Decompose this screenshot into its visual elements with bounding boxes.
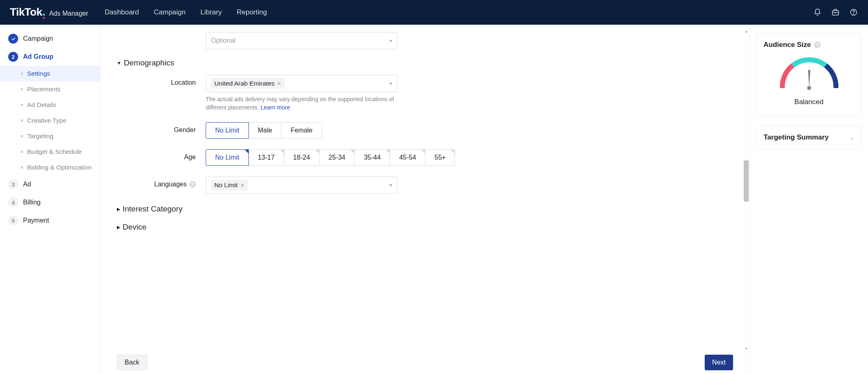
- logo-dots-icon: [43, 14, 45, 19]
- age-no-limit-button[interactable]: No Limit: [206, 149, 249, 166]
- logo-text: TikTok: [10, 6, 42, 19]
- sidebar-step-billing[interactable]: 4 Billing: [0, 193, 100, 211]
- sidebar-item-settings[interactable]: Settings: [0, 66, 100, 81]
- logo-subtitle: Ads Manager: [49, 10, 88, 17]
- top-bar: TikTok Ads Manager Dashboard Campaign Li…: [0, 0, 868, 25]
- section-demographics[interactable]: ▼ Demographics: [117, 58, 726, 67]
- section-title-label: Interest Category: [123, 204, 183, 214]
- section-device[interactable]: ▶ Device: [117, 223, 726, 232]
- svg-point-2: [853, 14, 854, 14]
- audience-size-panel: Audience Size ? Balanced: [757, 33, 861, 116]
- scrollbar[interactable]: ▴ ▾: [744, 29, 749, 351]
- section-title-label: Demographics: [124, 58, 174, 67]
- top-bar-actions: [813, 8, 858, 17]
- location-helper: The actual ads delivery may vary dependi…: [206, 95, 397, 112]
- learn-more-link[interactable]: Learn more: [261, 104, 290, 111]
- form-footer: Back Next: [100, 351, 750, 374]
- chevron-down-icon: ▾: [390, 182, 392, 188]
- sidebar-item-ad-details[interactable]: Ad Details: [0, 97, 100, 113]
- sidebar-step-label: Campaign: [23, 35, 53, 42]
- nav-dashboard[interactable]: Dashboard: [105, 8, 139, 16]
- help-icon[interactable]: ?: [189, 181, 196, 188]
- sidebar-step-label: Payment: [23, 217, 49, 224]
- gender-no-limit-button[interactable]: No Limit: [206, 122, 249, 139]
- scroll-down-arrow-icon[interactable]: ▾: [744, 346, 749, 351]
- bell-icon[interactable]: [813, 8, 822, 17]
- top-nav: Dashboard Campaign Library Reporting: [105, 8, 267, 16]
- sidebar-step-payment[interactable]: 5 Payment: [0, 211, 100, 230]
- tiktok-logo: TikTok: [10, 6, 45, 19]
- sidebar-item-label: Placements: [27, 86, 60, 93]
- close-icon[interactable]: ✕: [277, 81, 281, 87]
- languages-select[interactable]: No Limit ✕ ▾: [206, 177, 397, 194]
- triangle-down-icon: ▼: [117, 60, 121, 65]
- optional-select[interactable]: Optional ▾: [206, 32, 397, 49]
- gender-female-button[interactable]: Female: [281, 122, 322, 139]
- back-button[interactable]: Back: [117, 355, 147, 370]
- svg-point-3: [807, 86, 811, 90]
- sidebar-item-bidding-optimization[interactable]: Bidding & Optimization: [0, 160, 100, 175]
- age-25-34-button[interactable]: 25-34: [320, 149, 355, 166]
- panel-title-label: Audience Size: [764, 41, 811, 49]
- sidebar-item-label: Targeting: [27, 132, 53, 140]
- gender-label: Gender: [117, 122, 206, 134]
- scroll-up-arrow-icon[interactable]: ▴: [744, 29, 749, 34]
- chip-label: United Arab Emirates: [214, 80, 274, 87]
- sidebar-step-label: Ad Group: [23, 53, 53, 60]
- chevron-down-icon: ▾: [390, 38, 392, 44]
- languages-label: Languages ?: [117, 177, 206, 188]
- logo: TikTok Ads Manager: [10, 6, 88, 19]
- sidebar-step-adgroup[interactable]: 2 Ad Group: [0, 48, 100, 66]
- age-55plus-button[interactable]: 55+: [425, 149, 455, 166]
- sidebar-item-creative-type[interactable]: Creative Type: [0, 113, 100, 128]
- chevron-down-icon: ⌄: [849, 134, 854, 141]
- age-18-24-button[interactable]: 18-24: [284, 149, 320, 166]
- sidebar-item-label: Creative Type: [27, 117, 66, 124]
- select-placeholder: Optional: [211, 37, 236, 44]
- audience-size-status: Balanced: [794, 98, 824, 106]
- help-icon[interactable]: [849, 8, 858, 17]
- right-panel: Audience Size ? Balanced Targeting Summa…: [750, 25, 868, 374]
- sidebar: Campaign 2 Ad Group Settings Placements …: [0, 25, 100, 374]
- check-icon: [8, 34, 18, 44]
- chevron-down-icon: ▾: [390, 81, 392, 86]
- sidebar-item-label: Ad Details: [27, 101, 56, 109]
- form-scroll-area[interactable]: Optional ▾ ▼ Demographics Location Unite…: [100, 25, 743, 351]
- location-chip: United Arab Emirates ✕: [211, 78, 285, 89]
- sidebar-step-label: Ad: [23, 181, 31, 188]
- nav-library[interactable]: Library: [200, 8, 222, 16]
- age-13-17-button[interactable]: 13-17: [249, 149, 284, 166]
- briefcase-icon[interactable]: [831, 8, 840, 17]
- languages-chip: No Limit ✕: [211, 180, 248, 190]
- sidebar-item-targeting[interactable]: Targeting: [0, 128, 100, 144]
- sidebar-item-budget-schedule[interactable]: Budget & Schedule: [0, 144, 100, 160]
- section-interest-category[interactable]: ▶ Interest Category: [117, 204, 726, 214]
- panel-title-label: Targeting Summary: [764, 133, 829, 142]
- scrollbar-thumb[interactable]: [744, 160, 749, 202]
- step-number-icon: 3: [8, 179, 18, 189]
- sidebar-step-label: Billing: [23, 199, 41, 206]
- next-button[interactable]: Next: [705, 355, 733, 370]
- triangle-right-icon: ▶: [117, 207, 120, 212]
- location-select[interactable]: United Arab Emirates ✕ ▾: [206, 75, 397, 92]
- age-35-44-button[interactable]: 35-44: [355, 149, 390, 166]
- step-number-icon: 5: [8, 216, 18, 225]
- gender-male-button[interactable]: Male: [249, 122, 282, 139]
- sidebar-item-placements[interactable]: Placements: [0, 81, 100, 97]
- age-segmented: No Limit 13-17 18-24 25-34 35-44 45-54 5…: [206, 149, 726, 166]
- chip-label: No Limit: [214, 181, 238, 189]
- sidebar-step-ad[interactable]: 3 Ad: [0, 175, 100, 193]
- location-label: Location: [117, 75, 206, 86]
- nav-campaign[interactable]: Campaign: [154, 8, 186, 16]
- age-45-54-button[interactable]: 45-54: [390, 149, 425, 166]
- gauge-icon: [774, 53, 844, 92]
- targeting-summary-panel[interactable]: Targeting Summary ⌄: [757, 125, 861, 149]
- close-icon[interactable]: ✕: [240, 182, 245, 188]
- sidebar-step-campaign[interactable]: Campaign: [0, 30, 100, 48]
- nav-reporting[interactable]: Reporting: [237, 8, 267, 16]
- sidebar-item-label: Budget & Schedule: [27, 148, 82, 156]
- step-number-icon: 4: [8, 197, 18, 207]
- sidebar-item-label: Settings: [27, 70, 50, 77]
- section-title-label: Device: [123, 223, 146, 232]
- help-icon[interactable]: ?: [814, 42, 821, 48]
